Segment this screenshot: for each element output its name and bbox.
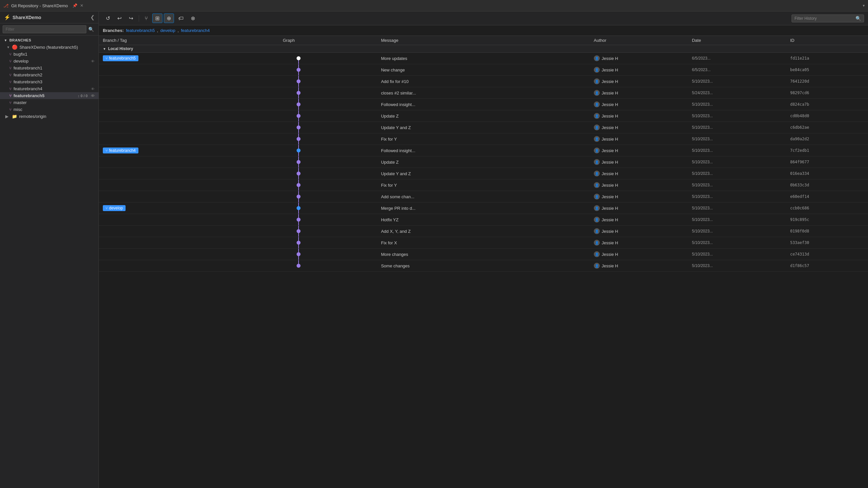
- author-cell: 👤Jessie H: [590, 156, 688, 168]
- undo-button[interactable]: ↩: [114, 13, 125, 23]
- section-local-history[interactable]: ▼Local History: [99, 45, 868, 53]
- sidebar-item-featurebranch5[interactable]: ⑂ featurebranch5 ↕ 0 / 0 👁: [0, 92, 98, 99]
- branch-tag-cell: [99, 168, 279, 180]
- sidebar-item-bugfix1[interactable]: ⑂ bugfix1: [0, 51, 98, 58]
- author-cell: 👤Jessie H: [590, 87, 688, 99]
- graph-svg: [279, 53, 318, 64]
- sidebar-item-featurebranch1[interactable]: ⑂ featurebranch1: [0, 65, 98, 71]
- table-row[interactable]: New change👤Jessie H6/5/2023...be84ca05: [99, 64, 868, 76]
- branch-button[interactable]: ⑂: [142, 14, 151, 23]
- table-row[interactable]: Update Y and Z👤Jessie H5/10/2023...c6db6…: [99, 122, 868, 133]
- header-branch-tag: Branch / Tag: [99, 36, 279, 45]
- author-cell: 👤Jessie H: [590, 110, 688, 122]
- dropdown-icon[interactable]: ▾: [863, 3, 865, 8]
- branch-tag-icon: ⑂: [105, 149, 108, 153]
- commit-graph-button[interactable]: ⊞: [152, 13, 162, 23]
- graph-cell: [279, 145, 377, 156]
- svg-point-19: [297, 160, 300, 164]
- branch-tag-featurebranch5[interactable]: ⑂featurebranch5: [103, 55, 138, 61]
- table-row[interactable]: Fix for Y👤Jessie H5/10/2023...da90a2d2: [99, 133, 868, 145]
- author-avatar: 👤: [594, 251, 600, 257]
- svg-point-21: [297, 172, 300, 175]
- tag-button[interactable]: 🏷: [175, 14, 187, 23]
- sidebar-item-remotes[interactable]: ▶ 📁 remotes/origin: [0, 113, 98, 120]
- svg-point-3: [297, 68, 300, 71]
- graph-cell: [279, 87, 377, 99]
- author-avatar: 👤: [594, 263, 600, 269]
- table-row[interactable]: Update Y and Z👤Jessie H5/10/2023...016ea…: [99, 168, 868, 180]
- filter-search-button[interactable]: 🔍: [86, 26, 96, 33]
- author-avatar: 👤: [594, 240, 600, 246]
- date-cell: 5/24/2023...: [688, 87, 786, 99]
- author-name: Jessie H: [602, 91, 618, 96]
- sidebar-item-sharexdemo[interactable]: ▼ 🔴 ShareXDemo (featurebranch5): [0, 43, 98, 51]
- sidebar-item-develop[interactable]: ⑂ develop 👁: [0, 58, 98, 65]
- pin-icon[interactable]: 📌: [72, 3, 78, 8]
- table-row[interactable]: ⑂developMerge PR into d...👤Jessie H5/10/…: [99, 202, 868, 214]
- table-row[interactable]: Add some chan...👤Jessie H5/10/2023...e60…: [99, 191, 868, 202]
- svg-point-37: [297, 264, 300, 267]
- history-container: Branch / Tag Graph Message Author Date I…: [99, 36, 868, 488]
- refresh-button[interactable]: ↺: [103, 13, 113, 23]
- sidebar-item-misc[interactable]: ⑂ misc: [0, 106, 98, 113]
- sidebar-item-master[interactable]: ⑂ master: [0, 99, 98, 106]
- table-row[interactable]: Update Z👤Jessie H5/10/2023...cd0b48d0: [99, 110, 868, 122]
- section-label: Local History: [108, 46, 133, 51]
- branch-tag-cell: [99, 214, 279, 226]
- collapse-sidebar-btn[interactable]: ❮: [90, 14, 95, 21]
- branch-link-featurebranch4[interactable]: featurebranch4: [181, 28, 210, 33]
- filter-history-input[interactable]: [795, 16, 854, 21]
- author-cell: 👤Jessie H: [590, 122, 688, 133]
- table-row[interactable]: Add fix for #10👤Jessie H5/10/2023...7641…: [99, 76, 868, 87]
- table-row[interactable]: Fix for Y👤Jessie H5/10/2023...0b633c3d: [99, 180, 868, 191]
- date-cell: 5/10/2023...: [688, 76, 786, 87]
- table-row[interactable]: Fix for X👤Jessie H5/10/2023...533aef30: [99, 237, 868, 249]
- table-row[interactable]: Hotfix YZ👤Jessie H5/10/2023...919c895c: [99, 214, 868, 226]
- more-button[interactable]: ⊗: [188, 13, 198, 23]
- graph-svg: [279, 202, 318, 214]
- table-row[interactable]: Update Z👤Jessie H5/10/2023...864f9677: [99, 156, 868, 168]
- table-row[interactable]: Some changes👤Jessie H5/10/2023...d1f86c5…: [99, 260, 868, 272]
- id-cell: 0b633c3d: [786, 180, 868, 191]
- graph-svg: [279, 226, 318, 237]
- filter-input[interactable]: [3, 25, 86, 33]
- message-cell: Update Z: [377, 110, 590, 122]
- author-avatar: 👤: [594, 217, 600, 223]
- sidebar-item-label: featurebranch4: [13, 86, 42, 91]
- sidebar-item-label: misc: [13, 107, 23, 112]
- repo-name-label: ShareXDemo: [12, 15, 41, 20]
- sidebar-item-featurebranch3[interactable]: ⑂ featurebranch3: [0, 78, 98, 85]
- table-row[interactable]: closes #2 similar...👤Jessie H5/24/2023..…: [99, 87, 868, 99]
- table-row[interactable]: ⑂featurebranch4Followed insight...👤Jessi…: [99, 145, 868, 156]
- table-row[interactable]: Add X, Y, and Z👤Jessie H5/10/2023...0198…: [99, 226, 868, 237]
- branches-label: Branches:: [103, 28, 125, 33]
- branches-section-header[interactable]: ▼ Branches: [0, 37, 98, 43]
- author-name: Jessie H: [602, 194, 618, 199]
- branch-tag-cell: [99, 249, 279, 260]
- commit-all-button[interactable]: ⊕: [164, 13, 174, 23]
- branch-link-develop[interactable]: develop: [160, 28, 176, 33]
- branch-tag-cell: [99, 133, 279, 145]
- redo-button[interactable]: ↪: [126, 13, 136, 23]
- close-icon[interactable]: ✕: [80, 3, 83, 8]
- graph-cell: [279, 237, 377, 249]
- branch-tag-featurebranch4[interactable]: ⑂featurebranch4: [103, 148, 138, 154]
- sidebar-item-featurebranch2[interactable]: ⑂ featurebranch2: [0, 71, 98, 78]
- branch-link-featurebranch5[interactable]: featurebranch5: [126, 28, 155, 33]
- author-name: Jessie H: [602, 263, 618, 268]
- title-text: Git Repository - ShareXDemo: [11, 3, 68, 8]
- branch-icon-bugfix1: ⑂: [9, 52, 11, 57]
- svg-point-25: [297, 195, 300, 198]
- table-row[interactable]: ⑂featurebranch5More updates👤Jessie H6/5/…: [99, 53, 868, 64]
- sidebar-item-label: ShareXDemo (featurebranch5): [20, 45, 78, 50]
- sidebar-item-featurebranch4[interactable]: ⑂ featurebranch4 👁: [0, 85, 98, 92]
- filter-history-search-icon[interactable]: 🔍: [856, 16, 861, 21]
- table-row[interactable]: More changes👤Jessie H5/10/2023...ce74313…: [99, 249, 868, 260]
- author-avatar: 👤: [594, 170, 600, 176]
- graph-svg: [279, 168, 318, 179]
- branch-tag-develop[interactable]: ⑂develop: [103, 205, 126, 211]
- id-cell: fd11e21a: [786, 53, 868, 64]
- date-cell: 5/10/2023...: [688, 180, 786, 191]
- id-cell: 7641220d: [786, 76, 868, 87]
- table-row[interactable]: Followed insight...👤Jessie H5/10/2023...…: [99, 99, 868, 110]
